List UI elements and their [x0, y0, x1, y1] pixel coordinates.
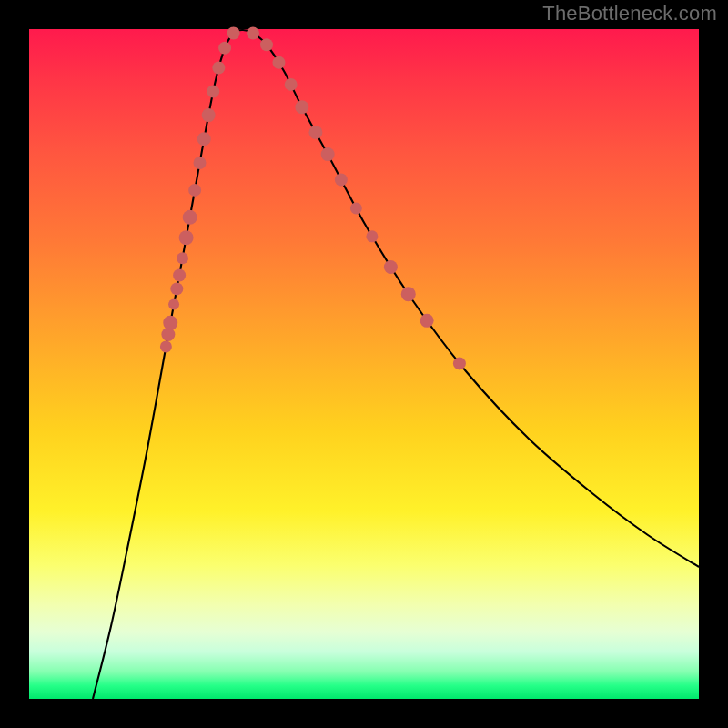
bead-point: [179, 230, 194, 245]
bead-point: [202, 108, 216, 122]
bead-point: [228, 26, 240, 39]
bead-point: [212, 62, 225, 75]
bead-point: [207, 85, 219, 97]
watermark-text: TheBottleneck.com: [542, 2, 717, 25]
bead-point: [168, 299, 179, 310]
bead-point: [420, 314, 434, 328]
bead-point: [384, 260, 398, 274]
bead-point: [350, 202, 362, 214]
bead-point: [453, 357, 466, 369]
bead-point: [308, 126, 322, 139]
bead-point: [260, 38, 273, 51]
bead-point: [218, 42, 231, 55]
bead-point: [401, 287, 416, 301]
bead-point: [247, 27, 259, 40]
bead-point: [194, 157, 207, 169]
chart-frame: TheBottleneck.com: [0, 0, 728, 728]
curve-svg: [29, 29, 699, 699]
bead-point: [160, 340, 172, 352]
bead-point: [295, 100, 308, 114]
bead-point: [188, 184, 201, 197]
bead-point: [173, 268, 186, 281]
bead-point: [170, 282, 183, 295]
bead-point: [197, 132, 211, 146]
bead-point: [366, 230, 378, 242]
bead-point: [321, 147, 335, 161]
bead-point: [335, 174, 348, 187]
bead-point: [272, 56, 285, 69]
bead-point: [183, 210, 197, 225]
beads-group: [160, 26, 466, 369]
bead-point: [285, 78, 298, 91]
bead-point: [177, 252, 188, 264]
bead-point: [163, 316, 177, 330]
bottleneck-curve: [93, 30, 699, 699]
plot-area: [29, 29, 699, 699]
